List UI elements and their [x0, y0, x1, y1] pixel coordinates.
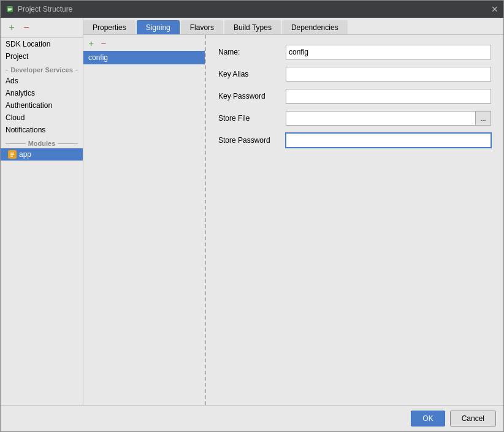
- module-icon: [8, 150, 17, 159]
- browse-button[interactable]: ...: [475, 111, 491, 126]
- sidebar-item-analytics[interactable]: Analytics: [1, 87, 83, 99]
- form-panel: Name: Key Alias Key Password Sto: [206, 35, 503, 405]
- svg-rect-7: [10, 156, 13, 157]
- store-password-input[interactable]: [286, 133, 491, 148]
- main-area: + − SDK Location Project Developer Servi…: [1, 18, 503, 405]
- tab-content: + − config Name:: [83, 35, 503, 405]
- store-file-input[interactable]: [286, 111, 475, 126]
- sidebar-item-authentication[interactable]: Authentication: [1, 99, 83, 112]
- tab-properties[interactable]: Properties: [83, 20, 136, 34]
- developer-services-header: Developer Services: [1, 63, 83, 75]
- store-password-label: Store Password: [218, 136, 286, 145]
- sidebar: + − SDK Location Project Developer Servi…: [1, 18, 83, 405]
- name-label: Name:: [218, 48, 286, 56]
- project-structure-dialog: Project Structure ✕ + − SDK Location Pro…: [0, 0, 504, 432]
- svg-rect-2: [8, 9, 12, 10]
- store-file-row: Store File ...: [218, 111, 491, 126]
- title-text: Project Structure: [18, 5, 72, 13]
- svg-rect-1: [8, 8, 12, 9]
- name-row: Name:: [218, 45, 491, 59]
- right-panel: Properties Signing Flavors Build Types D…: [83, 18, 503, 405]
- key-password-label: Key Password: [218, 92, 286, 100]
- config-remove-button[interactable]: −: [98, 37, 109, 48]
- config-add-button[interactable]: +: [86, 37, 97, 48]
- store-password-row: Store Password: [218, 133, 491, 148]
- sidebar-item-app[interactable]: app: [1, 148, 83, 161]
- store-file-input-group: ...: [286, 111, 491, 126]
- key-alias-row: Key Alias: [218, 67, 491, 81]
- title-bar-left: Project Structure: [6, 5, 72, 13]
- key-alias-label: Key Alias: [218, 70, 286, 78]
- app-icon: [6, 5, 14, 13]
- config-list-panel: + − config: [83, 35, 206, 405]
- tab-build-types[interactable]: Build Types: [224, 20, 281, 34]
- sidebar-item-cloud[interactable]: Cloud: [1, 112, 83, 124]
- title-bar: Project Structure ✕: [1, 1, 503, 18]
- key-password-input[interactable]: [286, 89, 491, 104]
- config-list-toolbar: + −: [83, 35, 205, 51]
- svg-rect-3: [8, 10, 10, 11]
- sidebar-item-ads[interactable]: Ads: [1, 75, 83, 87]
- config-item-config[interactable]: config: [83, 51, 205, 64]
- close-button[interactable]: ✕: [491, 5, 498, 13]
- store-file-label: Store File: [218, 114, 286, 123]
- modules-section-header: Modules: [1, 136, 83, 148]
- add-button[interactable]: +: [6, 21, 18, 34]
- tab-flavors[interactable]: Flavors: [181, 20, 223, 34]
- tabs-bar: Properties Signing Flavors Build Types D…: [83, 18, 503, 35]
- tab-dependencies[interactable]: Dependencies: [282, 20, 348, 34]
- key-alias-input[interactable]: [286, 67, 491, 81]
- bottom-bar: OK Cancel: [1, 405, 503, 431]
- sidebar-item-sdk-location[interactable]: SDK Location: [1, 38, 83, 50]
- cancel-button[interactable]: Cancel: [450, 411, 496, 426]
- sidebar-toolbar: + −: [1, 18, 83, 38]
- dialog-content: + − SDK Location Project Developer Servi…: [1, 18, 503, 431]
- ok-button[interactable]: OK: [411, 411, 445, 426]
- tab-signing[interactable]: Signing: [137, 20, 180, 34]
- config-list: config: [83, 51, 205, 405]
- svg-rect-5: [10, 153, 14, 154]
- svg-rect-6: [10, 154, 14, 156]
- key-password-row: Key Password: [218, 89, 491, 104]
- remove-button[interactable]: −: [20, 21, 32, 34]
- name-input[interactable]: [286, 45, 491, 59]
- sidebar-item-project[interactable]: Project: [1, 50, 83, 63]
- sidebar-item-notifications[interactable]: Notifications: [1, 124, 83, 136]
